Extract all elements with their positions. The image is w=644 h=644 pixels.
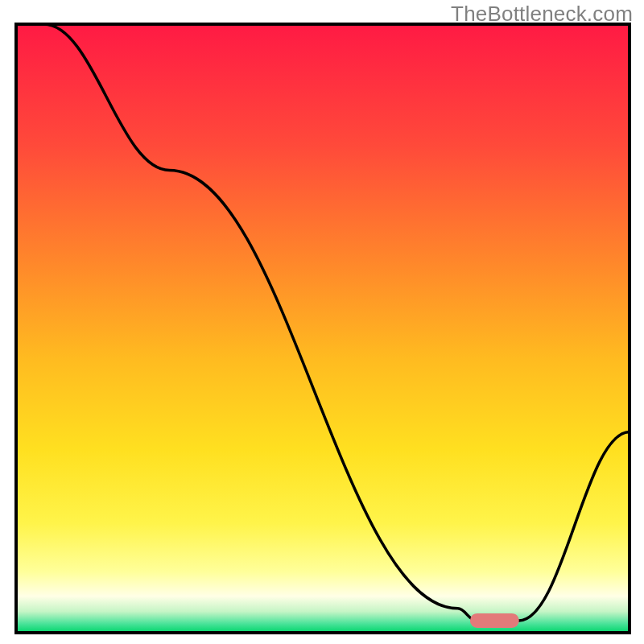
highlight-range-bar — [470, 613, 519, 628]
chart-background-gradient — [16, 24, 630, 633]
chart-container: TheBottleneck.com — [0, 0, 644, 644]
chart-svg — [0, 0, 644, 644]
